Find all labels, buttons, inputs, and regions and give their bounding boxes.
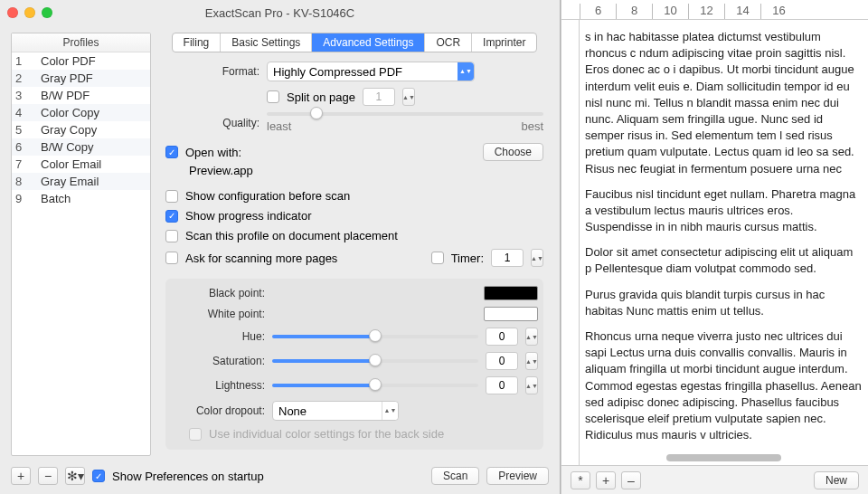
profile-row[interactable]: 2Gray PDF (12, 70, 150, 87)
profile-row[interactable]: 4Color Copy (12, 104, 150, 121)
zoom-out-button[interactable]: – (621, 471, 641, 489)
chevron-updown-icon: ▲▼ (382, 402, 398, 420)
hue-label: Hue: (171, 330, 265, 343)
split-stepper[interactable]: ▲▼ (402, 88, 415, 106)
format-label: Format: (165, 65, 259, 78)
quality-best: best (521, 119, 543, 133)
quality-slider[interactable] (267, 112, 543, 116)
split-label: Split on page (287, 90, 355, 104)
scan-button[interactable]: Scan (431, 467, 479, 485)
profile-row[interactable]: 9Batch (12, 190, 150, 207)
preview-paragraph: s in hac habitasse platea dictumst vesti… (585, 29, 863, 177)
choose-button[interactable]: Choose (483, 143, 543, 161)
show-prefs-checkbox[interactable]: ✓ (92, 470, 105, 482)
show-config-checkbox[interactable] (165, 190, 178, 203)
profile-row[interactable]: 6B/W Copy (12, 138, 150, 156)
preview-paragraph: Dolor sit amet consectetur adipiscing el… (585, 244, 863, 277)
open-with-app: Preview.app (189, 164, 253, 177)
show-config-label: Show configuration before scan (185, 189, 350, 203)
black-point-swatch[interactable] (484, 286, 538, 300)
star-button[interactable]: * (571, 471, 590, 489)
scan-placement-label: Scan this profile on document placement (185, 229, 398, 242)
profiles-panel: Profiles 1Color PDF2Gray PDF3B/W PDF4Col… (11, 33, 151, 456)
profiles-list[interactable]: 1Color PDF2Gray PDF3B/W PDF4Color Copy5G… (12, 52, 150, 455)
remove-profile-button[interactable]: − (38, 467, 58, 485)
white-point-swatch[interactable] (484, 307, 538, 321)
quality-label: Quality: (165, 117, 259, 129)
show-progress-label: Show progress indicator (185, 209, 311, 223)
quality-least: least (267, 119, 291, 133)
timer-checkbox[interactable] (431, 252, 444, 264)
saturation-label: Saturation: (171, 355, 265, 367)
profile-row[interactable]: 7Color Email (12, 156, 150, 173)
profile-row[interactable]: 3B/W PDF (12, 87, 150, 104)
tab-imprinter[interactable]: Imprinter (472, 33, 536, 52)
profiles-header: Profiles (12, 33, 150, 52)
color-dropout-label: Color dropout: (171, 404, 265, 417)
format-value: Highly Compressed PDF (273, 65, 402, 79)
tab-advanced-settings[interactable]: Advanced Settings (312, 33, 425, 52)
show-progress-checkbox[interactable]: ✓ (165, 210, 178, 223)
preview-button[interactable]: Preview (486, 467, 549, 485)
ask-more-checkbox[interactable] (165, 252, 178, 264)
add-profile-button[interactable]: + (11, 467, 31, 485)
tab-ocr[interactable]: OCR (425, 33, 472, 52)
zoom-in-button[interactable]: + (596, 471, 616, 489)
preview-paragraph: Purus gravida quis blandit turpis cursus… (585, 287, 863, 319)
tabs: FilingBasic SettingsAdvanced SettingsOCR… (160, 33, 549, 52)
gear-icon[interactable]: ✻▾ (65, 467, 85, 485)
format-select[interactable]: Highly Compressed PDF ▲▼ (267, 62, 475, 81)
color-dropout-value: None (278, 404, 307, 418)
split-value: 1 (363, 88, 395, 106)
lightness-label: Lightness: (171, 379, 265, 392)
timer-label: Timer: (451, 252, 484, 265)
tab-basic-settings[interactable]: Basic Settings (221, 33, 312, 52)
saturation-stepper[interactable]: ▲▼ (525, 352, 538, 370)
split-checkbox[interactable] (267, 90, 279, 103)
tab-filing[interactable]: Filing (173, 33, 222, 52)
white-point-label: White point: (171, 308, 265, 320)
saturation-value[interactable]: 0 (486, 352, 518, 370)
black-point-label: Black point: (171, 287, 265, 299)
new-button[interactable]: New (814, 471, 859, 489)
profile-row[interactable]: 1Color PDF (12, 52, 150, 70)
preview-paragraph: Rhoncus urna neque viverra justo nec ult… (585, 328, 863, 443)
individual-colors-checkbox (189, 428, 202, 441)
preview-paragraph: Faucibus nisl tincidunt eget nullam. Pha… (585, 186, 863, 236)
lightness-stepper[interactable]: ▲▼ (525, 376, 538, 394)
chevron-updown-icon: ▲▼ (458, 62, 474, 81)
lightness-slider[interactable] (272, 384, 478, 387)
hue-value[interactable]: 0 (486, 328, 518, 346)
horizontal-scrollbar[interactable] (666, 454, 782, 461)
lightness-value[interactable]: 0 (486, 376, 518, 394)
timer-value[interactable]: 1 (491, 249, 524, 267)
saturation-slider[interactable] (272, 359, 478, 363)
preview-pane: 6810121416 s in hac habitasse platea dic… (561, 0, 868, 494)
individual-colors-label: Use individual color settings for the ba… (209, 427, 444, 441)
ruler-vertical (561, 20, 580, 465)
profile-row[interactable]: 5Gray Copy (12, 121, 150, 138)
ruler-horizontal: 6810121416 (561, 0, 868, 20)
profile-row[interactable]: 8Gray Email (12, 173, 150, 190)
hue-stepper[interactable]: ▲▼ (525, 328, 538, 346)
preview-page[interactable]: s in hac habitasse platea dictumst vesti… (580, 20, 868, 465)
open-with-label: Open with: (185, 146, 241, 159)
show-prefs-label: Show Preferences on startup (112, 470, 264, 483)
hue-slider[interactable] (272, 335, 478, 338)
open-with-checkbox[interactable]: ✓ (165, 146, 178, 158)
ask-more-label: Ask for scanning more pages (185, 252, 337, 265)
timer-stepper[interactable]: ▲▼ (531, 249, 543, 267)
scan-placement-checkbox[interactable] (165, 230, 178, 242)
color-dropout-select[interactable]: None▲▼ (272, 401, 399, 421)
titlebar: ExactScan Pro - KV-S1046C (0, 0, 560, 25)
window-title: ExactScan Pro - KV-S1046C (0, 6, 560, 20)
